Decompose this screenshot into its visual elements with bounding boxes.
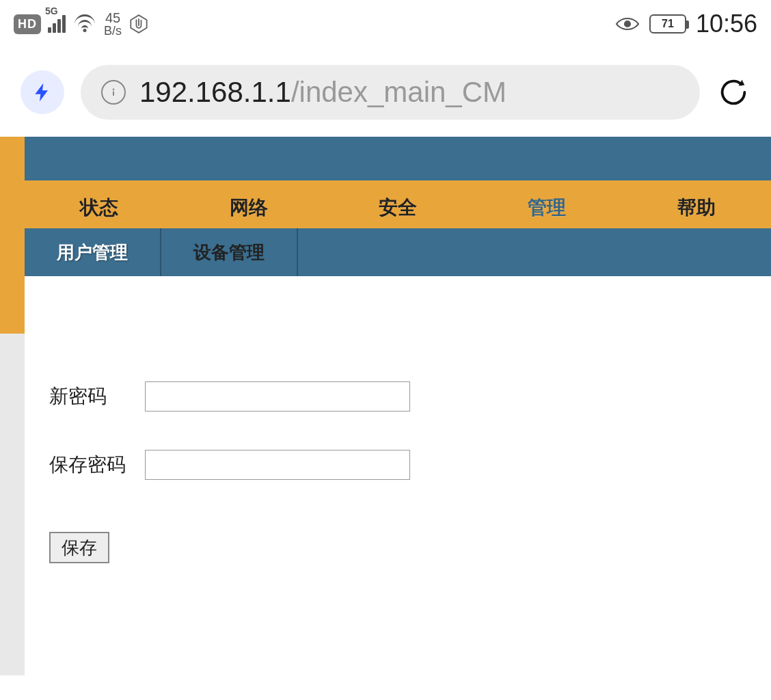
address-bar[interactable]: 192.168.1.1/index_main_CM bbox=[81, 65, 700, 120]
tab-help[interactable]: 帮助 bbox=[622, 187, 771, 228]
new-password-input[interactable] bbox=[145, 381, 410, 412]
url-host: 192.168.1.1 bbox=[139, 76, 291, 108]
battery-level: 71 bbox=[662, 18, 674, 30]
sidebar-marker bbox=[0, 304, 25, 334]
new-password-label: 新密码 bbox=[49, 383, 145, 409]
svg-rect-3 bbox=[113, 91, 114, 96]
confirm-password-input[interactable] bbox=[145, 450, 410, 480]
left-rail bbox=[0, 334, 25, 675]
cellular-signal-icon: 5G bbox=[48, 15, 66, 33]
url-text: 192.168.1.1/index_main_CM bbox=[139, 76, 506, 109]
wifi-icon bbox=[72, 14, 97, 33]
network-type-label: 5G bbox=[45, 5, 58, 16]
site-info-icon[interactable] bbox=[101, 80, 126, 105]
speed-unit: B/s bbox=[104, 25, 122, 37]
phone-status-bar: HD 5G 45 B/s 71 10:56 bbox=[0, 0, 771, 48]
status-right-group: 71 10:56 bbox=[615, 10, 757, 38]
network-speed-indicator: 45 B/s bbox=[104, 11, 122, 37]
svg-point-2 bbox=[113, 89, 115, 91]
tab-network[interactable]: 网络 bbox=[174, 187, 323, 228]
hd-badge: HD bbox=[14, 14, 41, 34]
tab-management[interactable]: 管理 bbox=[472, 187, 621, 228]
url-path: /index_main_CM bbox=[291, 76, 506, 108]
gesture-block-icon bbox=[128, 14, 149, 34]
browser-toolbar: 192.168.1.1/index_main_CM bbox=[0, 48, 771, 137]
battery-indicator: 71 bbox=[649, 14, 686, 33]
save-button[interactable]: 保存 bbox=[49, 532, 109, 563]
password-form: 新密码 保存密码 保存 bbox=[25, 334, 771, 675]
svg-point-1 bbox=[625, 21, 630, 27]
reload-button[interactable] bbox=[716, 75, 750, 109]
router-admin-page: 状态 网络 安全 管理 帮助 用户管理 设备管理 新密码 保存密码 bbox=[0, 137, 771, 675]
tab-security[interactable]: 安全 bbox=[323, 187, 472, 228]
header-band bbox=[25, 137, 771, 180]
tab-status[interactable]: 状态 bbox=[25, 187, 174, 228]
main-nav-tabs: 状态 网络 安全 管理 帮助 bbox=[25, 187, 771, 228]
quick-action-button[interactable] bbox=[21, 70, 64, 114]
eye-icon bbox=[615, 16, 640, 32]
speed-value: 45 bbox=[104, 11, 122, 25]
sub-nav-tabs: 用户管理 设备管理 bbox=[25, 228, 771, 276]
clock: 10:56 bbox=[696, 10, 757, 38]
status-left-group: HD 5G 45 B/s bbox=[14, 11, 149, 37]
confirm-password-label: 保存密码 bbox=[49, 452, 145, 478]
subtab-user-management[interactable]: 用户管理 bbox=[25, 228, 161, 276]
subtab-device-management[interactable]: 设备管理 bbox=[161, 228, 298, 276]
